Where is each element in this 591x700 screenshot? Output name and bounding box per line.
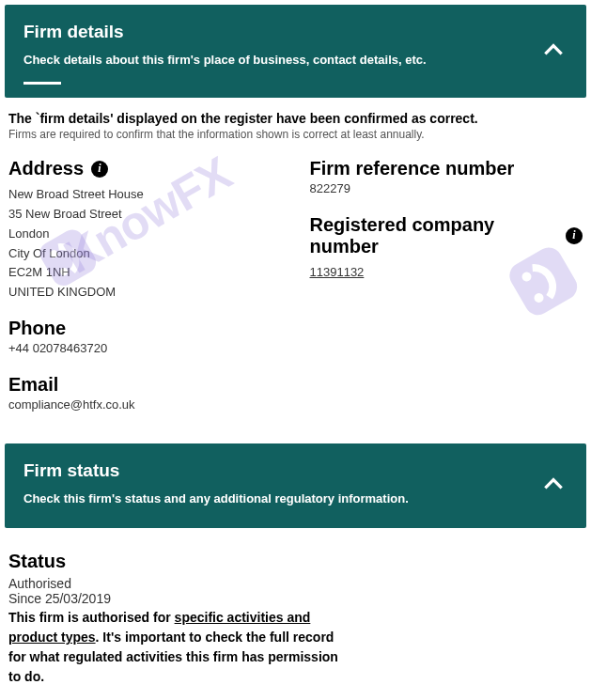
panel-description: Check details about this firm's place of…: [23, 52, 493, 69]
status-since: Since 25/03/2019: [8, 591, 583, 606]
address-line: New Broad Street House: [8, 185, 282, 205]
confirmation-text: The `firm details' displayed on the regi…: [8, 111, 583, 126]
firm-status-header[interactable]: Firm status Check this firm's status and…: [5, 443, 586, 528]
rcn-link[interactable]: 11391132: [310, 265, 365, 279]
status-description: This firm is authorised for specific act…: [8, 608, 347, 687]
email-heading: Email: [8, 374, 282, 396]
info-icon[interactable]: i: [91, 161, 108, 178]
panel-title: Firm status: [23, 460, 568, 481]
frn-heading: Firm reference number: [310, 158, 583, 179]
address-line: UNITED KINGDOM: [8, 283, 282, 303]
firm-status-content: Status Authorised Since 25/03/2019 This …: [5, 537, 586, 700]
rcn-heading: Registered company number: [310, 214, 545, 257]
confirmation-subtext: Firms are required to confirm that the i…: [8, 128, 583, 141]
chevron-up-icon[interactable]: [541, 472, 566, 500]
email-value: compliance@htfx.co.uk: [8, 396, 282, 415]
firm-details-content: The `firm details' displayed on the regi…: [5, 98, 586, 443]
address-line: City Of London: [8, 244, 282, 264]
panel-description: Check this firm's status and any additio…: [23, 490, 493, 507]
address-body: New Broad Street House 35 New Broad Stre…: [8, 185, 282, 303]
status-value: Authorised: [8, 576, 583, 591]
frn-value: 822279: [310, 179, 583, 199]
info-icon[interactable]: i: [566, 227, 583, 244]
address-heading: Address: [8, 158, 84, 179]
status-heading: Status: [8, 551, 583, 572]
panel-title: Firm details: [23, 22, 568, 42]
address-line: 35 New Broad Street: [8, 205, 282, 225]
firm-details-header[interactable]: Firm details Check details about this fi…: [5, 5, 586, 98]
underline-decoration: [23, 82, 61, 85]
status-desc-pre: This firm is authorised for: [8, 610, 175, 625]
phone-value: +44 02078463720: [8, 339, 282, 359]
address-line: EC2M 1NH: [8, 263, 282, 283]
address-line: London: [8, 225, 282, 244]
phone-heading: Phone: [8, 318, 282, 339]
chevron-up-icon[interactable]: [541, 38, 566, 66]
